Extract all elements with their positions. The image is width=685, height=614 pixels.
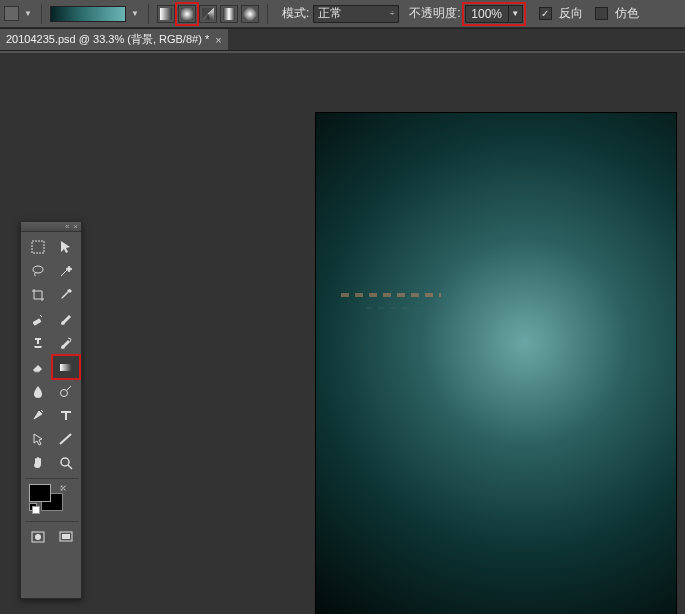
svg-rect-8 bbox=[62, 534, 70, 539]
canvas[interactable] bbox=[316, 113, 676, 614]
gradient-tool[interactable] bbox=[53, 356, 79, 378]
crop-tool[interactable] bbox=[25, 284, 51, 306]
gradient-picker-dropdown-icon[interactable]: ▼ bbox=[130, 9, 140, 19]
close-icon[interactable]: × bbox=[73, 223, 78, 231]
opacity-label: 不透明度: bbox=[409, 5, 460, 22]
tool-preset-dropdown-icon[interactable]: ▼ bbox=[23, 9, 33, 19]
svg-rect-2 bbox=[60, 364, 72, 371]
lasso-tool[interactable] bbox=[25, 260, 51, 282]
mode-label: 模式: bbox=[282, 5, 309, 22]
toolbox-panel: « × bbox=[20, 221, 82, 599]
screen-mode-button[interactable] bbox=[53, 526, 79, 548]
toolbox-header[interactable]: « × bbox=[21, 222, 81, 232]
document-tab[interactable]: 20104235.psd @ 33.3% (背景, RGB/8#) * × bbox=[0, 29, 228, 50]
gradient-radial-button[interactable] bbox=[178, 5, 196, 23]
canvas-stroke-mark bbox=[341, 293, 441, 297]
quick-mask-button[interactable] bbox=[25, 526, 51, 548]
blur-tool[interactable] bbox=[25, 380, 51, 402]
gradient-reflected-button[interactable] bbox=[220, 5, 238, 23]
color-swatches[interactable]: ⤭ bbox=[27, 483, 79, 517]
svg-point-6 bbox=[35, 534, 41, 540]
eyedropper-tool[interactable] bbox=[53, 284, 79, 306]
zoom-tool[interactable] bbox=[53, 452, 79, 474]
rect-marquee-tool[interactable] bbox=[25, 236, 51, 258]
collapse-icon[interactable]: « bbox=[65, 223, 69, 231]
gradient-angle-button[interactable] bbox=[199, 5, 217, 23]
healing-brush-tool[interactable] bbox=[25, 308, 51, 330]
type-tool[interactable] bbox=[53, 404, 79, 426]
tool-preset-swatch[interactable] bbox=[4, 6, 19, 21]
dither-checkbox[interactable] bbox=[595, 7, 608, 20]
eraser-tool[interactable] bbox=[25, 356, 51, 378]
gradient-linear-button[interactable] bbox=[157, 5, 175, 23]
document-tab-bar: 20104235.psd @ 33.3% (背景, RGB/8#) * × bbox=[0, 28, 685, 51]
default-colors-icon[interactable] bbox=[29, 503, 39, 513]
opacity-dropdown-icon[interactable]: ▼ bbox=[509, 5, 523, 23]
blend-mode-value: 正常 bbox=[318, 5, 342, 22]
reverse-checkbox[interactable]: ✓ bbox=[539, 7, 552, 20]
magic-wand-tool[interactable] bbox=[53, 260, 79, 282]
clone-stamp-tool[interactable] bbox=[25, 332, 51, 354]
path-select-tool[interactable] bbox=[25, 428, 51, 450]
foreground-color-swatch[interactable] bbox=[29, 484, 51, 502]
reverse-label: 反向 bbox=[559, 5, 583, 22]
dodge-tool[interactable] bbox=[53, 380, 79, 402]
blend-mode-select[interactable]: 正常 ÷ bbox=[313, 5, 399, 23]
svg-point-3 bbox=[61, 390, 68, 397]
canvas-stroke-mark bbox=[366, 307, 446, 309]
toolbox-separator bbox=[25, 478, 79, 479]
gradient-options-bar: ▼ ▼ 模式: 正常 ÷ 不透明度: 100% ▼ ✓ 反向 仿色 bbox=[0, 0, 685, 28]
gradient-diamond-button[interactable] bbox=[241, 5, 259, 23]
close-icon[interactable]: × bbox=[215, 34, 221, 46]
dither-label: 仿色 bbox=[615, 5, 639, 22]
gradient-preview[interactable] bbox=[50, 6, 126, 22]
history-brush-tool[interactable] bbox=[53, 332, 79, 354]
move-tool[interactable] bbox=[53, 236, 79, 258]
document-tab-title: 20104235.psd @ 33.3% (背景, RGB/8#) * bbox=[6, 32, 209, 47]
divider bbox=[267, 4, 268, 24]
brush-tool[interactable] bbox=[53, 308, 79, 330]
divider bbox=[41, 4, 42, 24]
svg-point-4 bbox=[61, 458, 69, 466]
opacity-input[interactable]: 100% bbox=[465, 5, 509, 23]
workspace-area: « × bbox=[0, 53, 685, 614]
svg-rect-1 bbox=[33, 318, 42, 325]
shape-tool[interactable] bbox=[53, 428, 79, 450]
svg-rect-0 bbox=[32, 241, 44, 253]
hand-tool[interactable] bbox=[25, 452, 51, 474]
swap-colors-icon[interactable]: ⤭ bbox=[59, 483, 67, 493]
toolbox-separator bbox=[25, 521, 79, 522]
pen-tool[interactable] bbox=[25, 404, 51, 426]
gradient-type-group bbox=[157, 5, 259, 23]
divider bbox=[148, 4, 149, 24]
